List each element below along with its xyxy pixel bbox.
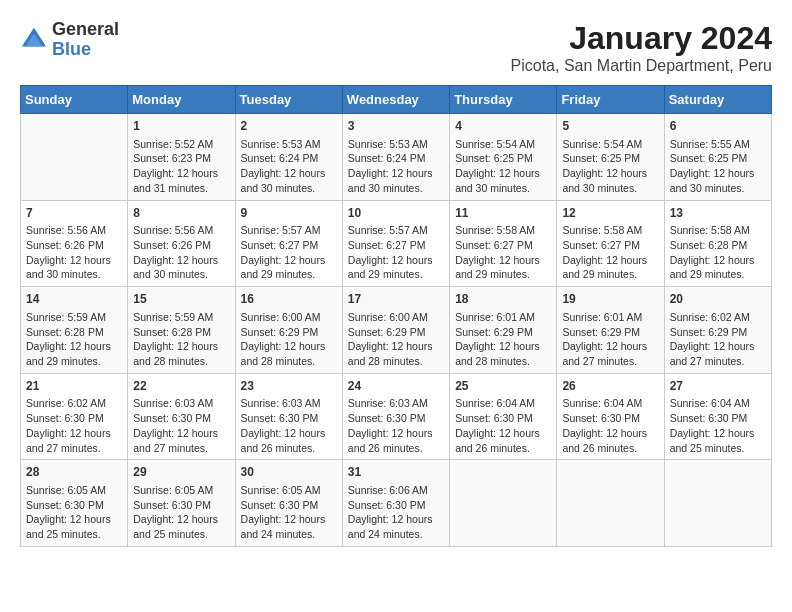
day-info: Sunrise: 5:59 AM Sunset: 6:28 PM Dayligh…	[133, 310, 229, 369]
day-number: 11	[455, 205, 551, 222]
day-number: 24	[348, 378, 444, 395]
day-number: 31	[348, 464, 444, 481]
day-info: Sunrise: 6:00 AM Sunset: 6:29 PM Dayligh…	[348, 310, 444, 369]
day-info: Sunrise: 6:03 AM Sunset: 6:30 PM Dayligh…	[348, 396, 444, 455]
day-number: 3	[348, 118, 444, 135]
calendar-day-cell: 18Sunrise: 6:01 AM Sunset: 6:29 PM Dayli…	[450, 287, 557, 374]
day-number: 9	[241, 205, 337, 222]
day-info: Sunrise: 5:58 AM Sunset: 6:27 PM Dayligh…	[562, 223, 658, 282]
day-number: 12	[562, 205, 658, 222]
day-info: Sunrise: 6:01 AM Sunset: 6:29 PM Dayligh…	[455, 310, 551, 369]
day-info: Sunrise: 6:02 AM Sunset: 6:29 PM Dayligh…	[670, 310, 766, 369]
calendar-day-cell: 17Sunrise: 6:00 AM Sunset: 6:29 PM Dayli…	[342, 287, 449, 374]
day-info: Sunrise: 5:52 AM Sunset: 6:23 PM Dayligh…	[133, 137, 229, 196]
day-number: 22	[133, 378, 229, 395]
day-of-week-header: Friday	[557, 86, 664, 114]
day-number: 7	[26, 205, 122, 222]
day-info: Sunrise: 6:02 AM Sunset: 6:30 PM Dayligh…	[26, 396, 122, 455]
calendar-day-cell: 12Sunrise: 5:58 AM Sunset: 6:27 PM Dayli…	[557, 200, 664, 287]
calendar-day-cell: 19Sunrise: 6:01 AM Sunset: 6:29 PM Dayli…	[557, 287, 664, 374]
day-info: Sunrise: 6:05 AM Sunset: 6:30 PM Dayligh…	[133, 483, 229, 542]
calendar-day-cell: 15Sunrise: 5:59 AM Sunset: 6:28 PM Dayli…	[128, 287, 235, 374]
calendar-title: January 2024	[511, 20, 772, 57]
day-number: 6	[670, 118, 766, 135]
day-number: 20	[670, 291, 766, 308]
calendar-day-cell: 2Sunrise: 5:53 AM Sunset: 6:24 PM Daylig…	[235, 114, 342, 201]
calendar-header-row: SundayMondayTuesdayWednesdayThursdayFrid…	[21, 86, 772, 114]
day-info: Sunrise: 5:55 AM Sunset: 6:25 PM Dayligh…	[670, 137, 766, 196]
day-of-week-header: Monday	[128, 86, 235, 114]
calendar-day-cell: 9Sunrise: 5:57 AM Sunset: 6:27 PM Daylig…	[235, 200, 342, 287]
day-number: 5	[562, 118, 658, 135]
calendar-week-row: 21Sunrise: 6:02 AM Sunset: 6:30 PM Dayli…	[21, 373, 772, 460]
day-info: Sunrise: 6:00 AM Sunset: 6:29 PM Dayligh…	[241, 310, 337, 369]
day-number: 4	[455, 118, 551, 135]
day-info: Sunrise: 5:57 AM Sunset: 6:27 PM Dayligh…	[348, 223, 444, 282]
day-number: 10	[348, 205, 444, 222]
calendar-week-row: 7Sunrise: 5:56 AM Sunset: 6:26 PM Daylig…	[21, 200, 772, 287]
day-number: 26	[562, 378, 658, 395]
day-info: Sunrise: 5:56 AM Sunset: 6:26 PM Dayligh…	[133, 223, 229, 282]
day-number: 13	[670, 205, 766, 222]
calendar-day-cell: 1Sunrise: 5:52 AM Sunset: 6:23 PM Daylig…	[128, 114, 235, 201]
day-info: Sunrise: 5:58 AM Sunset: 6:28 PM Dayligh…	[670, 223, 766, 282]
calendar-day-cell: 3Sunrise: 5:53 AM Sunset: 6:24 PM Daylig…	[342, 114, 449, 201]
day-number: 28	[26, 464, 122, 481]
day-number: 16	[241, 291, 337, 308]
calendar-subtitle: Picota, San Martin Department, Peru	[511, 57, 772, 75]
day-number: 19	[562, 291, 658, 308]
day-number: 25	[455, 378, 551, 395]
logo-general: General	[52, 19, 119, 39]
logo-icon	[20, 26, 48, 54]
calendar-day-cell: 10Sunrise: 5:57 AM Sunset: 6:27 PM Dayli…	[342, 200, 449, 287]
day-info: Sunrise: 5:59 AM Sunset: 6:28 PM Dayligh…	[26, 310, 122, 369]
calendar-week-row: 28Sunrise: 6:05 AM Sunset: 6:30 PM Dayli…	[21, 460, 772, 547]
calendar-day-cell: 8Sunrise: 5:56 AM Sunset: 6:26 PM Daylig…	[128, 200, 235, 287]
day-info: Sunrise: 5:54 AM Sunset: 6:25 PM Dayligh…	[455, 137, 551, 196]
calendar-day-cell: 31Sunrise: 6:06 AM Sunset: 6:30 PM Dayli…	[342, 460, 449, 547]
day-info: Sunrise: 6:04 AM Sunset: 6:30 PM Dayligh…	[670, 396, 766, 455]
day-info: Sunrise: 6:06 AM Sunset: 6:30 PM Dayligh…	[348, 483, 444, 542]
day-number: 21	[26, 378, 122, 395]
calendar-day-cell: 4Sunrise: 5:54 AM Sunset: 6:25 PM Daylig…	[450, 114, 557, 201]
calendar-day-cell: 6Sunrise: 5:55 AM Sunset: 6:25 PM Daylig…	[664, 114, 771, 201]
calendar-day-cell: 20Sunrise: 6:02 AM Sunset: 6:29 PM Dayli…	[664, 287, 771, 374]
day-info: Sunrise: 5:54 AM Sunset: 6:25 PM Dayligh…	[562, 137, 658, 196]
logo: General Blue	[20, 20, 119, 60]
day-number: 1	[133, 118, 229, 135]
day-number: 29	[133, 464, 229, 481]
day-info: Sunrise: 6:03 AM Sunset: 6:30 PM Dayligh…	[133, 396, 229, 455]
day-info: Sunrise: 6:05 AM Sunset: 6:30 PM Dayligh…	[26, 483, 122, 542]
calendar-day-cell: 21Sunrise: 6:02 AM Sunset: 6:30 PM Dayli…	[21, 373, 128, 460]
day-info: Sunrise: 5:53 AM Sunset: 6:24 PM Dayligh…	[241, 137, 337, 196]
day-info: Sunrise: 6:04 AM Sunset: 6:30 PM Dayligh…	[562, 396, 658, 455]
calendar-week-row: 1Sunrise: 5:52 AM Sunset: 6:23 PM Daylig…	[21, 114, 772, 201]
day-number: 2	[241, 118, 337, 135]
header: General Blue January 2024 Picota, San Ma…	[20, 20, 772, 75]
day-number: 8	[133, 205, 229, 222]
day-number: 15	[133, 291, 229, 308]
title-area: January 2024 Picota, San Martin Departme…	[511, 20, 772, 75]
day-number: 27	[670, 378, 766, 395]
day-of-week-header: Thursday	[450, 86, 557, 114]
day-number: 23	[241, 378, 337, 395]
day-of-week-header: Wednesday	[342, 86, 449, 114]
calendar-day-cell	[450, 460, 557, 547]
calendar-day-cell: 16Sunrise: 6:00 AM Sunset: 6:29 PM Dayli…	[235, 287, 342, 374]
day-of-week-header: Tuesday	[235, 86, 342, 114]
calendar-day-cell: 11Sunrise: 5:58 AM Sunset: 6:27 PM Dayli…	[450, 200, 557, 287]
day-info: Sunrise: 6:04 AM Sunset: 6:30 PM Dayligh…	[455, 396, 551, 455]
calendar-day-cell	[557, 460, 664, 547]
calendar-day-cell: 27Sunrise: 6:04 AM Sunset: 6:30 PM Dayli…	[664, 373, 771, 460]
calendar-day-cell: 29Sunrise: 6:05 AM Sunset: 6:30 PM Dayli…	[128, 460, 235, 547]
calendar-table: SundayMondayTuesdayWednesdayThursdayFrid…	[20, 85, 772, 547]
day-number: 18	[455, 291, 551, 308]
day-info: Sunrise: 5:57 AM Sunset: 6:27 PM Dayligh…	[241, 223, 337, 282]
day-info: Sunrise: 5:56 AM Sunset: 6:26 PM Dayligh…	[26, 223, 122, 282]
day-info: Sunrise: 6:01 AM Sunset: 6:29 PM Dayligh…	[562, 310, 658, 369]
calendar-day-cell: 22Sunrise: 6:03 AM Sunset: 6:30 PM Dayli…	[128, 373, 235, 460]
calendar-day-cell: 28Sunrise: 6:05 AM Sunset: 6:30 PM Dayli…	[21, 460, 128, 547]
calendar-day-cell: 30Sunrise: 6:05 AM Sunset: 6:30 PM Dayli…	[235, 460, 342, 547]
day-number: 17	[348, 291, 444, 308]
day-info: Sunrise: 6:05 AM Sunset: 6:30 PM Dayligh…	[241, 483, 337, 542]
